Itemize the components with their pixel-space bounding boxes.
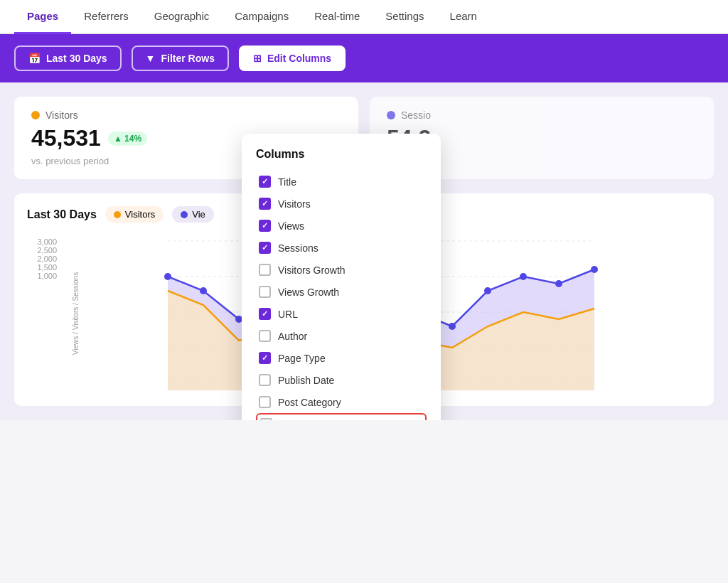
- views-dot-8: [449, 323, 456, 330]
- column-item-page-type[interactable]: Page Type: [256, 347, 427, 369]
- legend-views[interactable]: Vie: [172, 206, 214, 223]
- y-axis-label: Views / Visitors / Sessions: [72, 272, 80, 355]
- views-dot-0: [164, 273, 171, 280]
- views-dot-9: [484, 287, 491, 294]
- views-dot-12: [591, 266, 598, 273]
- checkbox-publish-date[interactable]: [259, 374, 271, 386]
- nav-item-learn[interactable]: Learn: [437, 0, 490, 34]
- nav-item-settings[interactable]: Settings: [373, 0, 437, 34]
- column-item-views-growth[interactable]: Views Growth: [256, 281, 427, 303]
- edit-columns-button[interactable]: ⊞ Edit Columns: [239, 46, 346, 71]
- visitors-label: Visitors: [31, 109, 341, 121]
- column-item-url[interactable]: URL: [256, 303, 427, 325]
- column-item-comments[interactable]: Comments: [256, 413, 427, 420]
- chart-y-labels: 3,000 2,500 2,000 1,500 1,000: [27, 234, 61, 284]
- column-item-visitors-growth[interactable]: Visitors Growth: [256, 259, 427, 281]
- views-dot-11: [555, 280, 562, 287]
- legend-views-dot: [181, 211, 188, 218]
- column-item-sessions[interactable]: Sessions: [256, 237, 427, 259]
- checkbox-visitors[interactable]: [259, 198, 271, 210]
- nav-item-campaigns[interactable]: Campaigns: [222, 0, 301, 34]
- visitors-badge: ▲ 14%: [108, 132, 147, 146]
- nav-item-geographic[interactable]: Geographic: [141, 0, 223, 34]
- legend-visitors-label: Visitors: [125, 209, 155, 220]
- views-dot-10: [520, 273, 527, 280]
- checkbox-page-type[interactable]: [259, 352, 271, 364]
- checkbox-views-growth[interactable]: [259, 286, 271, 298]
- column-item-title[interactable]: Title: [256, 171, 427, 193]
- calendar-icon: 📅: [28, 53, 41, 64]
- nav-item-referrers[interactable]: Referrers: [71, 0, 141, 34]
- date-range-label: Last 30 Days: [46, 53, 107, 64]
- sessions-label: Sessio: [387, 109, 697, 121]
- y-label-2500: 2,500: [27, 246, 57, 255]
- column-item-post-category[interactable]: Post Category: [256, 391, 427, 413]
- checkbox-visitors-growth[interactable]: [259, 264, 271, 276]
- checkbox-sessions[interactable]: [259, 242, 271, 254]
- legend-visitors[interactable]: Visitors: [105, 206, 164, 223]
- sessions-dot: [387, 111, 395, 119]
- checkbox-author[interactable]: [259, 330, 271, 342]
- checkbox-post-category[interactable]: [259, 396, 271, 408]
- nav-bar: Pages Referrers Geographic Campaigns Rea…: [0, 0, 728, 34]
- filter-rows-label: Filter Rows: [161, 53, 214, 64]
- dropdown-title: Columns: [256, 148, 427, 161]
- y-label-1000: 1,000: [27, 272, 57, 280]
- column-item-views[interactable]: Views: [256, 215, 427, 237]
- content-area: Visitors 45,531 ▲ 14% vs. previous perio…: [0, 82, 728, 420]
- visitors-dot: [31, 111, 40, 119]
- column-item-visitors[interactable]: Visitors: [256, 193, 427, 215]
- y-label-3000: 3,000: [27, 237, 57, 246]
- toolbar: 📅 Last 30 Days ▼ Filter Rows ⊞ Edit Colu…: [0, 34, 728, 82]
- filter-icon: ▼: [146, 53, 156, 64]
- y-label-2000: 2,000: [27, 255, 57, 263]
- legend-views-label: Vie: [192, 209, 205, 220]
- legend-visitors-dot: [114, 211, 121, 218]
- column-item-publish-date[interactable]: Publish Date: [256, 369, 427, 391]
- edit-columns-label: Edit Columns: [267, 53, 331, 64]
- edit-columns-dropdown: Columns Title Visitors Views Sessions Vi…: [242, 134, 441, 420]
- views-dot-1: [200, 287, 207, 294]
- checkbox-url[interactable]: [259, 308, 271, 320]
- checkbox-comments[interactable]: [260, 418, 272, 420]
- columns-icon: ⊞: [253, 53, 262, 64]
- y-label-1500: 1,500: [27, 263, 57, 272]
- nav-item-pages[interactable]: Pages: [14, 0, 71, 34]
- filter-rows-button[interactable]: ▼ Filter Rows: [132, 46, 229, 71]
- checkbox-views[interactable]: [259, 220, 271, 232]
- date-range-button[interactable]: 📅 Last 30 Days: [14, 46, 122, 71]
- checkbox-title[interactable]: [259, 176, 271, 188]
- column-item-author[interactable]: Author: [256, 325, 427, 347]
- chart-title: Last 30 Days: [27, 208, 97, 221]
- nav-item-realtime[interactable]: Real-time: [301, 0, 373, 34]
